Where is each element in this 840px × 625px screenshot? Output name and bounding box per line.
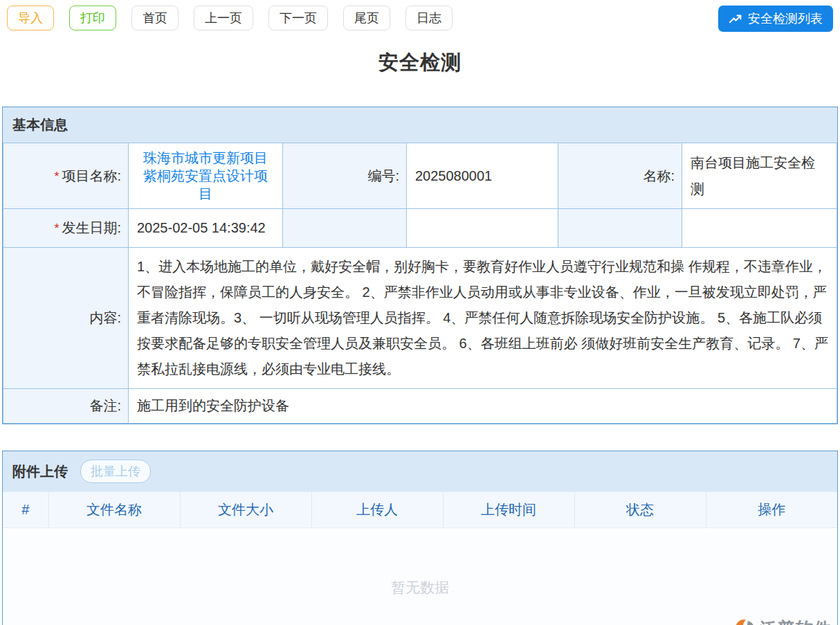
attachments-title: 附件上传 <box>12 462 68 481</box>
import-button[interactable]: 导入 <box>7 6 54 30</box>
name-label-cell: 名称: <box>558 143 682 209</box>
next-page-button[interactable]: 下一页 <box>268 6 328 30</box>
empty-value-cell <box>682 209 837 248</box>
first-page-button[interactable]: 首页 <box>131 6 179 30</box>
last-page-button[interactable]: 尾页 <box>343 6 390 30</box>
content-label: 内容: <box>89 310 121 325</box>
code-label-cell: 编号: <box>283 143 407 209</box>
attachments-empty-area: 暂无数据 泛普软件 www.fanpusoft.com <box>3 528 837 625</box>
vendor-watermark: 泛普软件 www.fanpusoft.com <box>735 617 832 625</box>
safety-check-list-label: 安全检测列表 <box>748 11 823 26</box>
page-title: 安全检测 <box>0 49 840 77</box>
basic-info-section: 基本信息 *项目名称: 珠海市城市更新项目紫桐苑安置点设计项目 编号: 2025… <box>2 107 838 424</box>
date-label-cell: *发生日期: <box>3 209 129 248</box>
column-file-name: 文件名称 <box>48 492 180 528</box>
content-value: 1、进入本场地施工的单位，戴好安全帽，别好胸卡，要教育好作业人员遵守行业规范和操… <box>137 259 828 377</box>
attachments-table: # 文件名称 文件大小 上传人 上传时间 状态 操作 <box>3 491 837 528</box>
no-data-text: 暂无数据 <box>3 578 837 597</box>
empty-value-cell <box>407 209 558 248</box>
project-name-link[interactable]: 珠海市城市更新项目紫桐苑安置点设计项目 <box>137 149 274 203</box>
attachments-header: 附件上传 批量上传 <box>3 451 837 491</box>
table-row: 备注: 施工用到的安全防护设备 <box>3 389 837 424</box>
table-row: 内容: 1、进入本场地施工的单位，戴好安全帽，别好胸卡，要教育好作业人员遵守行业… <box>3 248 837 389</box>
column-index: # <box>3 492 48 528</box>
column-upload-time: 上传时间 <box>443 492 574 528</box>
name-value-cell: 南台项目施工安全检测 <box>682 143 837 209</box>
column-uploader: 上传人 <box>311 492 443 528</box>
trending-up-icon <box>729 12 742 25</box>
name-value: 南台项目施工安全检测 <box>691 155 815 197</box>
content-value-cell: 1、进入本场地施工的单位，戴好安全帽，别好胸卡，要教育好作业人员遵守行业规范和操… <box>129 248 837 389</box>
basic-info-title: 基本信息 <box>12 116 68 134</box>
date-value: 2025-02-05 14:39:42 <box>137 220 266 235</box>
batch-upload-button[interactable]: 批量上传 <box>80 460 151 483</box>
column-file-size: 文件大小 <box>180 492 311 528</box>
column-status: 状态 <box>574 492 706 528</box>
remark-label: 备注: <box>89 398 121 413</box>
prev-page-button[interactable]: 上一页 <box>194 6 253 30</box>
toolbar: 导入 打印 首页 上一页 下一页 尾页 日志 安全检测列表 <box>0 0 840 30</box>
table-row: *项目名称: 珠海市城市更新项目紫桐苑安置点设计项目 编号: 202508000… <box>3 143 837 209</box>
required-asterisk: * <box>54 221 59 235</box>
code-value: 2025080001 <box>415 168 492 183</box>
content-label-cell: 内容: <box>3 248 129 389</box>
empty-label-cell <box>558 209 682 248</box>
log-button[interactable]: 日志 <box>405 6 453 30</box>
remark-value: 施工用到的安全防护设备 <box>137 398 289 413</box>
required-asterisk: * <box>54 170 59 183</box>
attachments-header-row: # 文件名称 文件大小 上传人 上传时间 状态 操作 <box>3 492 837 528</box>
remark-value-cell: 施工用到的安全防护设备 <box>129 389 837 424</box>
code-value-cell: 2025080001 <box>407 143 558 209</box>
date-value-cell: 2025-02-05 14:39:42 <box>129 209 283 248</box>
column-actions: 操作 <box>706 492 837 528</box>
fanpu-logo-icon <box>735 619 757 625</box>
basic-info-header: 基本信息 <box>3 107 837 143</box>
safety-check-list-button[interactable]: 安全检测列表 <box>718 6 833 32</box>
project-name-label: 项目名称: <box>62 168 121 183</box>
project-name-value-cell: 珠海市城市更新项目紫桐苑安置点设计项目 <box>129 143 283 209</box>
table-row: *发生日期: 2025-02-05 14:39:42 <box>3 209 837 248</box>
empty-label-cell <box>283 209 407 248</box>
name-label: 名称: <box>643 168 675 183</box>
vendor-brand-text: 泛普软件 <box>760 617 832 625</box>
project-name-label-cell: *项目名称: <box>3 143 129 209</box>
attachments-section: 附件上传 批量上传 # 文件名称 文件大小 上传人 上传时间 状态 操作 暂无数… <box>2 451 838 625</box>
print-button[interactable]: 打印 <box>69 6 116 30</box>
code-label: 编号: <box>367 168 399 183</box>
basic-info-table: *项目名称: 珠海市城市更新项目紫桐苑安置点设计项目 编号: 202508000… <box>3 143 837 424</box>
remark-label-cell: 备注: <box>3 389 129 424</box>
date-label: 发生日期: <box>62 220 121 235</box>
